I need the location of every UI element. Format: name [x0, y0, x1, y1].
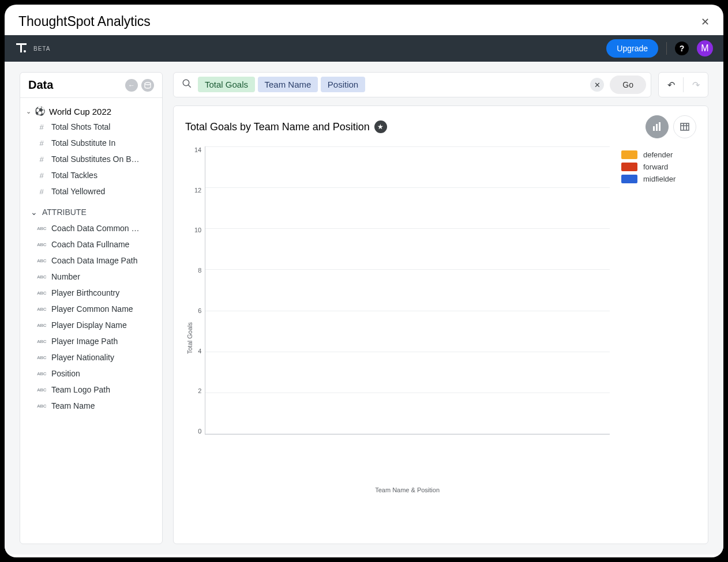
redo-button[interactable]: ↷: [684, 73, 708, 97]
x-axis-labels: EnglandFranceArgentinaBrazilGermanyGhana…: [205, 435, 610, 481]
body-area: Data ← ⌄ ⚽ World Cup 2022 #Total Shots T…: [5, 62, 723, 555]
attribute-field[interactable]: ABCPlayer Image Path: [25, 333, 157, 349]
attribute-field[interactable]: ABCPlayer Display Name: [25, 317, 157, 333]
abc-icon: ABC: [36, 307, 47, 312]
datasource-list: ⌄ ⚽ World Cup 2022 #Total Shots Total#To…: [20, 98, 162, 416]
brand: BETA: [15, 42, 50, 55]
field-label: Player Image Path: [51, 337, 118, 346]
searchbar-row: Total Goals Team Name Position ✕ Go ↶ ↷: [173, 72, 708, 97]
clear-search-icon[interactable]: ✕: [590, 78, 604, 92]
search-icon: [182, 78, 192, 92]
bar-group: [408, 146, 433, 434]
svg-rect-7: [656, 124, 658, 131]
chart-view-button[interactable]: [646, 115, 669, 138]
abc-icon: ABC: [36, 323, 47, 328]
attribute-field[interactable]: ABCCoach Data Image Path: [25, 252, 157, 269]
bar-group: [459, 146, 483, 434]
attribute-field[interactable]: ABCTeam Logo Path: [25, 382, 157, 398]
field-label: Team Logo Path: [51, 385, 110, 394]
legend-item[interactable]: midfielder: [621, 173, 693, 185]
close-icon[interactable]: ✕: [701, 16, 710, 28]
search-bar[interactable]: Total Goals Team Name Position ✕ Go: [173, 72, 651, 97]
legend-item[interactable]: forward: [621, 161, 693, 173]
bar-group: [534, 146, 558, 434]
chart-card: Total Goals by Team Name and Position ★ …: [173, 105, 708, 544]
attribute-field[interactable]: ABCPlayer Common Name: [25, 301, 157, 317]
abc-icon: ABC: [36, 387, 47, 393]
bar-group: [358, 146, 382, 434]
measure-field[interactable]: #Total Substitutes On B…: [25, 151, 157, 167]
attribute-field[interactable]: ABCPlayer Nationality: [25, 349, 157, 365]
chart-title: Total Goals by Team Name and Position: [185, 121, 370, 133]
legend-item[interactable]: defender: [621, 149, 693, 161]
bar-group: [282, 146, 306, 434]
attribute-header[interactable]: ⌄ ATTRIBUTE: [25, 199, 157, 220]
bar-group: [207, 146, 231, 434]
abc-icon: ABC: [36, 258, 47, 263]
bar-group: [584, 146, 609, 434]
appbar-right: Upgrade ? M: [606, 39, 713, 58]
sidebar-back-icon[interactable]: ←: [125, 79, 138, 92]
field-label: Player Common Name: [51, 304, 133, 314]
sidebar-datasource-icon[interactable]: [141, 79, 154, 92]
hash-icon: #: [36, 123, 47, 131]
field-label: Total Yellowred: [51, 187, 105, 196]
attribute-field[interactable]: ABCPosition: [25, 365, 157, 382]
attribute-header-label: ATTRIBUTE: [42, 208, 87, 217]
legend-swatch: [621, 163, 637, 171]
field-label: Player Display Name: [51, 320, 127, 330]
data-sidebar: Data ← ⌄ ⚽ World Cup 2022 #Total Shots T…: [20, 72, 163, 544]
search-pill[interactable]: Position: [321, 77, 365, 92]
sidebar-header: Data ←: [20, 73, 162, 98]
x-tick-label: England: [267, 440, 455, 557]
field-label: Coach Data Fullname: [51, 240, 129, 249]
bar-group: [484, 146, 508, 434]
abc-icon: ABC: [36, 226, 47, 231]
upgrade-button[interactable]: Upgrade: [606, 39, 658, 58]
chart-body: Total Goals 14121086420 EnglandFranceArg…: [185, 146, 696, 530]
svg-rect-1: [20, 43, 22, 52]
measure-field[interactable]: #Total Substitute In: [25, 135, 157, 151]
bar-group: [232, 146, 256, 434]
abc-icon: ABC: [36, 242, 47, 247]
attribute-field[interactable]: ABCCoach Data Common …: [25, 220, 157, 236]
go-button[interactable]: Go: [610, 76, 646, 94]
undo-button[interactable]: ↶: [659, 73, 683, 97]
attribute-field[interactable]: ABCPlayer Birthcountry: [25, 285, 157, 301]
measure-field[interactable]: #Total Yellowred: [25, 183, 157, 199]
search-pill[interactable]: Team Name: [258, 77, 318, 92]
legend-swatch: [621, 150, 637, 159]
app-bar: BETA Upgrade ? M: [5, 35, 723, 62]
hash-icon: #: [36, 187, 47, 196]
chevron-down-icon: ⌄: [26, 108, 31, 115]
sidebar-title: Data: [28, 78, 53, 92]
svg-point-3: [145, 82, 151, 85]
abc-icon: ABC: [36, 403, 47, 409]
help-icon[interactable]: ?: [675, 42, 689, 55]
hash-icon: #: [36, 139, 47, 148]
field-label: Total Substitute In: [51, 138, 115, 148]
field-label: Total Tackles: [51, 171, 97, 180]
search-pill[interactable]: Total Goals: [198, 77, 255, 92]
plot-canvas[interactable]: [205, 146, 610, 435]
abc-icon: ABC: [36, 339, 47, 344]
legend-label: defender: [643, 150, 673, 159]
svg-rect-8: [659, 122, 661, 131]
chart-header: Total Goals by Team Name and Position ★: [185, 115, 696, 138]
attribute-field[interactable]: ABCCoach Data Fullname: [25, 236, 157, 252]
bar-group: [307, 146, 332, 434]
measure-field[interactable]: #Total Tackles: [25, 167, 157, 183]
measure-field[interactable]: #Total Shots Total: [25, 119, 157, 135]
svg-rect-9: [681, 123, 689, 130]
bar-group: [433, 146, 457, 434]
abc-icon: ABC: [36, 355, 47, 360]
abc-icon: ABC: [36, 274, 47, 280]
window-title: ThoughtSpot Analytics: [18, 14, 151, 29]
field-label: Coach Data Image Path: [51, 256, 137, 265]
pin-icon[interactable]: ★: [374, 120, 387, 133]
datasource-title[interactable]: ⌄ ⚽ World Cup 2022: [25, 104, 157, 119]
avatar[interactable]: M: [697, 40, 713, 56]
attribute-field[interactable]: ABCNumber: [25, 269, 157, 285]
attribute-field[interactable]: ABCTeam Name: [25, 398, 157, 414]
table-view-button[interactable]: [673, 115, 696, 138]
